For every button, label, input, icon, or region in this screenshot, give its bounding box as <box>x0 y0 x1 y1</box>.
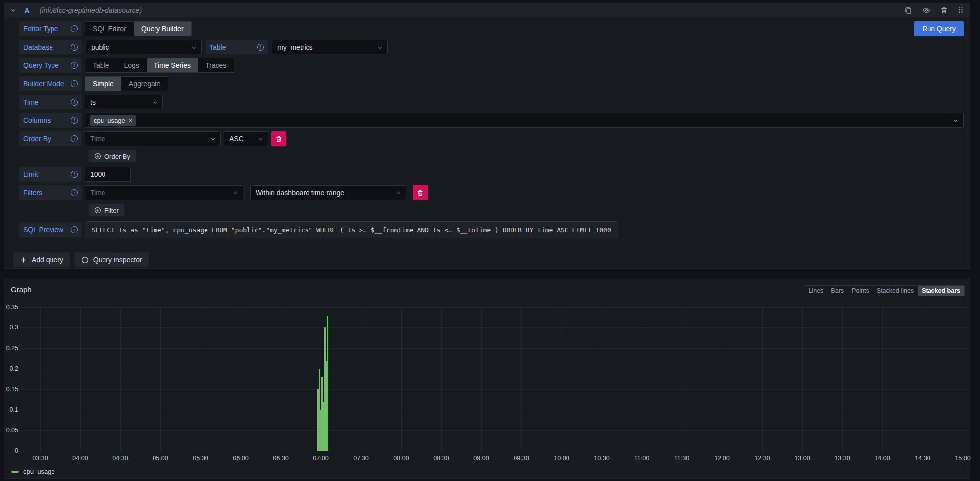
plot-area[interactable]: 03:3004:0004:3005:0005:3006:0006:3007:00… <box>20 303 967 451</box>
x-tick-label: 03:30 <box>28 455 52 462</box>
x-tick-label: 13:30 <box>830 455 855 462</box>
option-simple[interactable]: Simple <box>85 77 121 91</box>
info-icon[interactable]: i <box>71 80 78 87</box>
add-query-button[interactable]: Add query <box>13 252 70 267</box>
order-by-direction-select[interactable]: ASC <box>224 131 268 146</box>
chevron-down-icon <box>377 45 383 50</box>
chevron-down-icon <box>153 100 158 105</box>
database-select[interactable]: public <box>86 40 202 54</box>
option-sql-editor[interactable]: SQL Editor <box>85 22 134 36</box>
y-tick-label: 0.1 <box>4 406 18 413</box>
display-mode-bars[interactable]: Bars <box>827 286 848 296</box>
add-filter-label: Filter <box>104 207 119 214</box>
add-filter-button[interactable]: Filter <box>89 204 124 216</box>
gridline-v <box>80 307 81 451</box>
gridline-h <box>20 327 967 328</box>
database-table-row: Database i public Table i my_metrics <box>19 40 964 54</box>
option-table[interactable]: Table <box>85 58 116 72</box>
sql-preview-box: SELECT ts as "time", cpu_usage FROM "pub… <box>85 221 618 238</box>
x-tick-label: 12:30 <box>750 455 774 462</box>
time-label: Time <box>23 98 39 106</box>
time-select-value: ts <box>90 98 96 106</box>
filter-condition-select[interactable]: Within dashboard time range <box>250 185 406 200</box>
add-order-by-row: Order By <box>19 150 964 162</box>
columns-label: Columns <box>23 116 51 124</box>
filter-field-select[interactable]: Time <box>85 185 243 200</box>
x-tick-label: 12:00 <box>710 455 734 462</box>
collapse-chevron-icon[interactable] <box>10 7 16 13</box>
duplicate-icon[interactable] <box>904 6 912 14</box>
option-query-builder[interactable]: Query Builder <box>134 22 191 36</box>
info-icon[interactable]: i <box>71 117 78 124</box>
gridline-v <box>201 307 201 451</box>
gridline-v <box>40 307 41 451</box>
query-header: A (info8fcc-greptimedb-datasource) <box>4 3 970 17</box>
display-mode-stacked-lines[interactable]: Stacked lines <box>873 286 918 296</box>
gridline-v <box>441 307 442 451</box>
info-icon[interactable]: i <box>71 62 78 69</box>
bar-cpu-usage-07-05[interactable] <box>327 316 328 451</box>
order-by-row: Order By i Time ASC <box>19 131 964 146</box>
display-mode-stacked-bars[interactable]: Stacked bars <box>918 286 964 296</box>
y-tick-label: 0.2 <box>4 365 18 372</box>
info-icon[interactable]: i <box>71 135 78 142</box>
remove-column-icon[interactable]: × <box>129 117 133 124</box>
sql-preview-label-box: SQL Preview i <box>19 222 82 237</box>
editor-type-label: Editor Type <box>23 25 58 33</box>
datasource-name: (info8fcc-greptimedb-datasource) <box>40 6 142 14</box>
add-filter-row: Filter <box>19 204 964 216</box>
display-mode-lines[interactable]: Lines <box>804 286 827 296</box>
add-query-label: Add query <box>32 256 63 264</box>
option-aggregate[interactable]: Aggregate <box>121 77 168 91</box>
gridline-v <box>602 307 602 451</box>
x-tick-label: 09:30 <box>509 455 534 462</box>
info-icon[interactable]: i <box>71 44 78 51</box>
spacer <box>19 150 82 162</box>
limit-input[interactable] <box>85 167 131 182</box>
eye-icon[interactable] <box>922 6 930 14</box>
gridline-h <box>20 348 967 349</box>
y-tick-label: 0.15 <box>4 386 18 393</box>
option-traces[interactable]: Traces <box>198 58 234 72</box>
y-tick-label: 0.25 <box>4 345 18 352</box>
x-tick-label: 11:00 <box>629 455 654 462</box>
info-icon[interactable]: i <box>71 25 78 32</box>
query-inspector-button[interactable]: Query inspector <box>75 252 149 267</box>
chevron-down-icon <box>258 136 263 142</box>
query-ref-id[interactable]: A <box>24 6 30 15</box>
order-by-label: Order By <box>23 135 51 143</box>
filters-label-box: Filters i <box>19 185 82 200</box>
info-icon[interactable]: i <box>71 189 78 196</box>
add-order-by-button[interactable]: Order By <box>89 150 136 162</box>
info-icon[interactable]: i <box>71 226 78 233</box>
gridline-v <box>923 307 923 451</box>
order-by-field-select[interactable]: Time <box>85 131 221 146</box>
info-icon[interactable]: i <box>257 44 264 51</box>
x-tick-label: 15:00 <box>950 455 975 462</box>
time-row: Time i ts <box>19 95 964 109</box>
gridline-h <box>20 451 967 451</box>
option-time-series[interactable]: Time Series <box>147 58 198 72</box>
chevron-down-icon <box>191 45 197 50</box>
display-mode-points[interactable]: Points <box>848 286 873 296</box>
builder-mode-segmented: SimpleAggregate <box>85 76 168 91</box>
option-logs[interactable]: Logs <box>116 58 146 72</box>
legend-series-label: cpu_usage <box>23 468 55 475</box>
info-icon[interactable]: i <box>71 99 78 106</box>
info-icon[interactable]: i <box>71 171 78 178</box>
drag-handle-icon[interactable] <box>958 6 964 14</box>
gridline-h <box>20 307 967 308</box>
time-column-select[interactable]: ts <box>85 95 163 109</box>
remove-order-by-button[interactable] <box>271 131 286 146</box>
query-type-label-box: Query Type i <box>19 58 82 73</box>
columns-multiselect[interactable]: cpu_usage × <box>85 113 964 128</box>
y-tick-label: 0 <box>4 447 18 454</box>
gridline-v <box>722 307 722 451</box>
legend-item-cpu-usage[interactable]: cpu_usage <box>11 468 55 475</box>
x-tick-label: 06:00 <box>228 455 253 462</box>
trash-icon[interactable] <box>940 6 948 14</box>
column-chip: cpu_usage × <box>90 115 136 126</box>
order-by-direction-value: ASC <box>229 135 244 143</box>
remove-filter-button[interactable] <box>413 185 428 200</box>
table-select[interactable]: my_metrics <box>272 40 388 54</box>
